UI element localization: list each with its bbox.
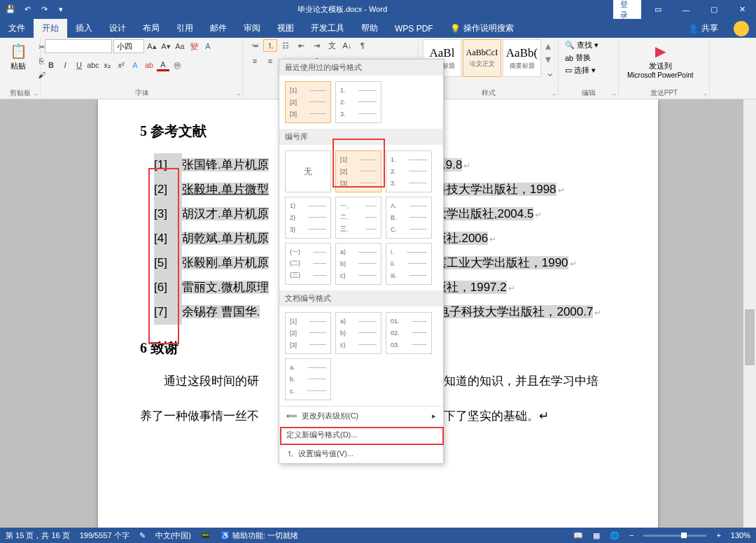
select-button[interactable]: ▭ 选择 ▾ xyxy=(563,64,601,76)
tab-references[interactable]: 引用 xyxy=(168,19,202,38)
font-color-icon[interactable]: A xyxy=(157,59,169,71)
decrease-indent-icon[interactable]: ⇤ xyxy=(294,39,308,52)
nd-doc-zero[interactable]: 01.02.03. xyxy=(386,312,432,354)
nd-set-value[interactable]: ⒈设置编号值(V)... xyxy=(279,444,443,463)
bold-icon[interactable]: B xyxy=(45,59,57,71)
nd-none[interactable]: 无 xyxy=(285,150,331,192)
tab-mailings[interactable]: 邮件 xyxy=(202,19,235,38)
vertical-scrollbar[interactable] xyxy=(743,99,756,528)
document-title: 毕业论文模板.docx - Word xyxy=(71,4,613,15)
highlight-icon[interactable]: ab xyxy=(143,59,155,71)
zoom-slider[interactable] xyxy=(643,535,706,537)
numbering-dropdown: 最近使用过的编号格式 [1][2][3] 1.2.3. 编号库 无 [1][2]… xyxy=(279,59,444,464)
paste-button[interactable]: 📋 粘贴 xyxy=(4,39,32,73)
nd-docfmt-header: 文档编号格式 xyxy=(279,290,443,306)
status-page[interactable]: 第 15 页，共 16 页 xyxy=(6,530,70,541)
nd-abc[interactable]: A.B.C. xyxy=(386,197,432,239)
setval-icon: ⒈ xyxy=(286,449,294,459)
numbering-icon[interactable]: ⒈ xyxy=(263,39,277,52)
tell-me[interactable]: 💡操作说明搜索 xyxy=(442,19,522,38)
increase-indent-icon[interactable]: ⇥ xyxy=(309,39,323,52)
phonetic-icon[interactable]: 變 xyxy=(188,40,200,52)
nd-paren[interactable]: 1)2)3) xyxy=(285,197,331,239)
bullets-icon[interactable]: ≔ xyxy=(248,39,262,52)
shrink-font-icon[interactable]: A▾ xyxy=(160,40,172,52)
save-icon[interactable]: 💾 xyxy=(3,2,18,17)
superscript-icon[interactable]: x² xyxy=(115,59,127,71)
emoji-icon[interactable] xyxy=(734,21,749,36)
tab-view[interactable]: 视图 xyxy=(269,19,302,38)
nd-doc-abc2[interactable]: a.b.c. xyxy=(285,358,331,400)
underline-icon[interactable]: U xyxy=(73,59,85,71)
view-read-icon[interactable]: 📖 xyxy=(573,531,583,540)
nd-dot[interactable]: 1.2.3. xyxy=(386,150,432,192)
status-lang[interactable]: 中文(中国) xyxy=(155,530,191,541)
enclose-icon[interactable]: ㊕ xyxy=(171,59,183,71)
status-spellcheck-icon[interactable]: ✎ xyxy=(139,531,146,540)
maximize-icon[interactable]: ▢ xyxy=(700,0,728,19)
tab-help[interactable]: 帮助 xyxy=(353,19,386,38)
style-abstract[interactable]: AaBb(摘要标题 xyxy=(503,39,541,77)
tab-home[interactable]: 开始 xyxy=(34,19,67,38)
nd-doc-aparen[interactable]: a)b)c) xyxy=(335,312,382,354)
nd-define-new[interactable]: 定义新编号格式(D)... xyxy=(279,425,443,444)
nd-change-level[interactable]: ⟸更改列表级别(C)▸ xyxy=(279,407,443,425)
tab-review[interactable]: 审阅 xyxy=(235,19,269,38)
zoom-out-icon[interactable]: − xyxy=(629,531,634,540)
nd-bracket[interactable]: [1][2][3] xyxy=(335,150,382,192)
align-left-icon[interactable]: ≡ xyxy=(248,55,262,67)
close-icon[interactable]: ✕ xyxy=(728,0,756,19)
grow-font-icon[interactable]: A▴ xyxy=(146,40,158,52)
scrollbar-thumb[interactable] xyxy=(745,309,755,365)
tab-developer[interactable]: 开发工具 xyxy=(302,19,353,38)
sort-icon[interactable]: A↓ xyxy=(340,39,354,52)
share-button[interactable]: 👤共享 xyxy=(680,22,727,34)
nd-cjk[interactable]: 一、二、三、 xyxy=(335,197,382,239)
tab-insert[interactable]: 插入 xyxy=(67,19,101,38)
text-effects-icon[interactable]: A xyxy=(129,59,141,71)
style-body[interactable]: AaBbCcI论文正文 xyxy=(463,39,501,77)
tab-layout[interactable]: 布局 xyxy=(134,19,168,38)
strike-icon[interactable]: abc xyxy=(87,59,99,71)
nd-aparen[interactable]: a)b)c) xyxy=(335,243,382,285)
font-name-select[interactable] xyxy=(45,39,112,53)
send-to-ppt-button[interactable]: ▶ 发送到 Microsoft PowerPoint xyxy=(623,39,697,81)
tab-design[interactable]: 设计 xyxy=(101,19,134,38)
login-button[interactable]: 登录 xyxy=(613,0,641,19)
undo-icon[interactable]: ↶ xyxy=(20,2,35,17)
status-words[interactable]: 199/5557 个字 xyxy=(80,530,130,541)
tab-wps[interactable]: WPS PDF xyxy=(386,19,442,38)
nd-recent-bracket[interactable]: [1][2][3] xyxy=(285,81,331,123)
group-font: 字体 xyxy=(45,87,239,99)
view-print-icon[interactable]: ▦ xyxy=(593,531,600,540)
ribbon-options-icon[interactable]: ▭ xyxy=(644,0,672,19)
replace-button[interactable]: ab 替换 xyxy=(563,52,601,64)
find-button[interactable]: 🔍 查找 ▾ xyxy=(563,39,601,51)
asian-layout-icon[interactable]: 文 xyxy=(325,39,339,52)
clear-format-icon[interactable]: A xyxy=(202,40,214,52)
zoom-in-icon[interactable]: + xyxy=(716,531,720,540)
italic-icon[interactable]: I xyxy=(59,59,71,71)
minimize-icon[interactable]: — xyxy=(672,0,700,19)
redo-icon[interactable]: ↷ xyxy=(36,2,52,17)
status-input-icon[interactable]: 📟 xyxy=(201,531,211,540)
styles-up-icon[interactable]: ▴ xyxy=(545,39,554,52)
tab-file[interactable]: 文件 xyxy=(0,19,34,38)
view-web-icon[interactable]: 🌐 xyxy=(610,531,620,540)
multilevel-icon[interactable]: ☷ xyxy=(279,39,293,52)
nd-recent-dot[interactable]: 1.2.3. xyxy=(335,81,382,123)
nd-doc-bracket[interactable]: [1][2][3] xyxy=(285,312,331,354)
subscript-icon[interactable]: x₂ xyxy=(101,59,113,71)
align-center-icon[interactable]: ≡ xyxy=(263,55,277,67)
nd-roman[interactable]: i.ii.iii. xyxy=(386,243,432,285)
status-accessibility[interactable]: ♿ 辅助功能: 一切就绪 xyxy=(220,530,298,541)
nd-cjkparen[interactable]: (一)(二)(三) xyxy=(285,243,331,285)
paste-icon: 📋 xyxy=(8,41,28,61)
font-size-select[interactable] xyxy=(113,39,144,53)
styles-down-icon[interactable]: ▾ xyxy=(545,52,554,66)
show-marks-icon[interactable]: ¶ xyxy=(356,39,370,52)
styles-more-icon[interactable]: ⌄ xyxy=(545,66,554,79)
qat-more-icon[interactable]: ▾ xyxy=(53,2,69,17)
zoom-level[interactable]: 130% xyxy=(731,531,750,540)
change-case-icon[interactable]: Aa xyxy=(174,40,186,52)
